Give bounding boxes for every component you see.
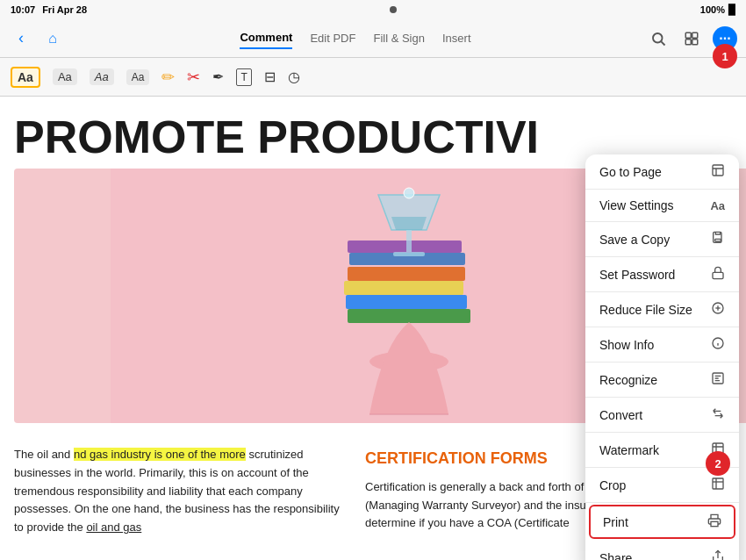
time: 10:07 <box>11 4 35 15</box>
svg-rect-9 <box>344 281 463 295</box>
svg-point-0 <box>653 33 663 43</box>
tab-insert[interactable]: Insert <box>442 28 471 48</box>
svg-rect-16 <box>393 252 425 256</box>
menu-item-goto[interactable]: Go to Page <box>585 154 739 190</box>
svg-point-17 <box>404 188 414 198</box>
svg-rect-22 <box>713 272 723 278</box>
highlighted-phrase: nd gas industry is one of the more <box>74 448 246 461</box>
svg-rect-8 <box>346 295 467 309</box>
toolbar-tabs: Comment Edit PDF Fill & Sign Insert <box>72 27 639 49</box>
svg-rect-19 <box>713 165 723 176</box>
menu-item-set-password[interactable]: Set Password <box>585 257 739 292</box>
main-toolbar: ‹ ⌂ Comment Edit PDF Fill & Sign Insert … <box>0 19 746 58</box>
text-box-tool[interactable]: T <box>236 68 251 86</box>
tab-fill-sign[interactable]: Fill & Sign <box>373 28 425 48</box>
menu-item-show-info[interactable]: Show Info <box>585 327 739 363</box>
toolbar-nav: ‹ ⌂ <box>9 26 65 51</box>
set-password-icon <box>711 266 725 283</box>
status-bar-right: 100% ▉ <box>700 4 735 16</box>
menu-item-view-settings[interactable]: View Settings Aa <box>585 190 739 222</box>
svg-rect-2 <box>685 32 691 38</box>
pdf-left-text: The oil and nd gas industry is one of th… <box>14 446 348 537</box>
tab-edit-pdf[interactable]: Edit PDF <box>310 28 355 48</box>
svg-line-1 <box>661 41 664 45</box>
menu-item-print[interactable]: Print <box>589 505 735 539</box>
dropdown-menu: Go to Page View Settings Aa Save a Copy … <box>585 154 739 560</box>
tab-comment[interactable]: Comment <box>240 27 292 49</box>
sticky-note-tool[interactable]: ⊟ <box>264 68 276 85</box>
font-style-1[interactable]: Aa <box>11 67 40 88</box>
goto-icon <box>711 163 725 180</box>
pdf-title: PROMOTE PRODUCTIVI <box>0 97 746 160</box>
menu-item-save-copy[interactable]: Save a Copy <box>585 222 739 257</box>
highlight-tool[interactable]: ✏ <box>161 68 175 87</box>
svg-marker-14 <box>391 217 427 230</box>
share-icon[interactable] <box>679 26 704 51</box>
home-button[interactable]: ⌂ <box>40 26 65 51</box>
step-2-badge: 2 <box>706 451 730 476</box>
annotation-bar: Aa Aa Aa Aa ✏ ✂ ✒ T ⊟ ◷ <box>0 58 746 97</box>
svg-rect-3 <box>692 32 698 38</box>
crop-icon <box>711 477 725 493</box>
font-style-3[interactable]: Aa <box>90 68 114 85</box>
print-icon <box>707 513 721 530</box>
svg-rect-7 <box>348 309 470 323</box>
svg-rect-5 <box>692 39 698 44</box>
strikethrough-tool[interactable]: ✂ <box>187 68 200 87</box>
search-icon[interactable] <box>646 26 671 51</box>
convert-icon <box>711 406 725 423</box>
svg-rect-21 <box>715 239 721 241</box>
svg-rect-34 <box>711 521 718 526</box>
menu-item-reduce-size[interactable]: Reduce File Size <box>585 292 739 327</box>
status-bar-left: 10:07 Fri Apr 28 <box>11 4 87 15</box>
svg-rect-4 <box>685 39 691 44</box>
status-bar: 10:07 Fri Apr 28 100% ▉ <box>0 0 746 19</box>
font-style-2[interactable]: Aa <box>53 68 77 85</box>
back-button[interactable]: ‹ <box>9 26 33 51</box>
menu-item-convert[interactable]: Convert <box>585 398 739 433</box>
svg-rect-12 <box>348 241 462 253</box>
date: Fri Apr 28 <box>42 4 87 15</box>
svg-rect-31 <box>713 478 723 489</box>
stamp-tool[interactable]: ◷ <box>288 68 300 85</box>
menu-item-recognize[interactable]: Recognize <box>585 363 739 398</box>
font-style-4[interactable]: Aa <box>126 69 150 85</box>
share-menu-icon <box>711 549 725 560</box>
save-copy-icon <box>711 231 725 248</box>
menu-item-share[interactable]: Share <box>585 541 739 560</box>
battery-icon: ▉ <box>728 4 735 16</box>
ellipsis-dots <box>390 6 397 13</box>
pen-tool[interactable]: ✒ <box>212 68 224 85</box>
main-content: PROMOTE PRODUCTIVI <box>0 97 746 560</box>
step-1-badge: 1 <box>713 44 737 68</box>
recognize-icon <box>711 371 725 388</box>
pdf-left-column: The oil and nd gas industry is one of th… <box>14 446 365 537</box>
battery-percent: 100% <box>700 4 725 15</box>
show-info-icon <box>711 336 725 353</box>
view-settings-icon: Aa <box>710 199 725 212</box>
svg-rect-10 <box>348 267 465 281</box>
svg-rect-15 <box>406 230 412 252</box>
reduce-size-icon <box>711 301 725 318</box>
